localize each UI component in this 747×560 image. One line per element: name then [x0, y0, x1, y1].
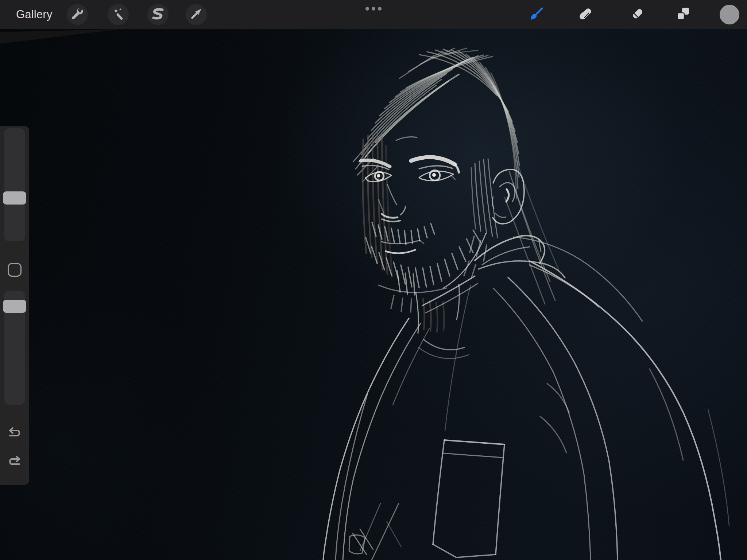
adjustments-button[interactable] [108, 4, 129, 25]
magic-wand-icon [111, 7, 125, 23]
canvas-options-button[interactable] [365, 4, 382, 13]
ellipsis-icon [372, 7, 375, 11]
brush-size-slider[interactable] [4, 128, 25, 241]
brush-opacity-handle[interactable] [3, 300, 26, 313]
smudge-icon [576, 5, 595, 24]
brush-sidebar [0, 126, 29, 485]
redo-button[interactable] [7, 454, 23, 470]
modify-button[interactable] [8, 263, 22, 277]
top-toolbar: Gallery [0, 0, 747, 29]
selection-button[interactable] [147, 4, 169, 25]
selection-s-icon [151, 7, 165, 23]
transform-button[interactable] [186, 4, 207, 25]
wrench-icon [70, 7, 85, 23]
eraser-icon [628, 5, 647, 24]
undo-icon [7, 425, 23, 443]
procreate-app: Gallery [0, 0, 747, 560]
paint-tool-button[interactable] [526, 4, 547, 25]
paintbrush-icon [527, 4, 546, 25]
actions-button[interactable] [67, 4, 88, 25]
layers-button[interactable] [673, 4, 693, 25]
layers-icon [674, 5, 692, 24]
ellipsis-icon [365, 7, 369, 11]
smudge-tool-button[interactable] [575, 4, 596, 25]
sketch-artwork [0, 0, 747, 560]
redo-icon [7, 454, 23, 471]
gallery-button[interactable]: Gallery [16, 0, 53, 29]
ellipsis-icon [378, 7, 382, 11]
transform-arrow-icon [189, 7, 204, 23]
brush-size-handle[interactable] [3, 191, 26, 205]
undo-button[interactable] [7, 426, 23, 442]
color-swatch-button[interactable] [720, 5, 739, 24]
beard-hatching [366, 222, 487, 312]
jacket-lines [323, 236, 729, 560]
erase-tool-button[interactable] [627, 4, 648, 25]
drawing-canvas[interactable] [0, 0, 747, 560]
